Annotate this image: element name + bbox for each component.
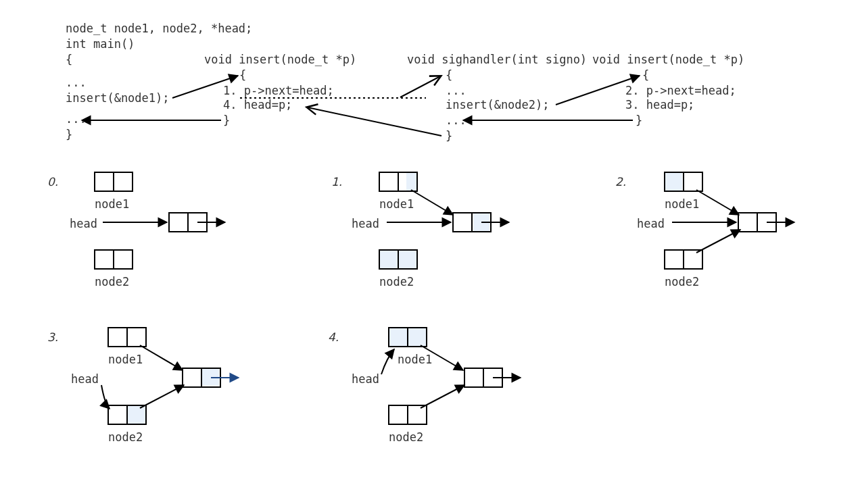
svg-rect-61	[408, 405, 427, 424]
insert1-sig: void insert(node_t *p)	[204, 53, 356, 66]
insert2-code: void insert(node_t *p) { 2. p->next=head…	[592, 53, 744, 127]
svg-rect-47	[108, 405, 127, 424]
state1-node1-label: node1	[379, 197, 414, 211]
insert1-l4: }	[223, 114, 230, 127]
state0-node2-label: node2	[95, 275, 129, 288]
state2-head-label: head	[637, 217, 665, 230]
state-4: 4. node1 head node2	[328, 328, 521, 444]
svg-line-50	[140, 385, 184, 408]
sighandler-l5: }	[446, 129, 452, 143]
call-flow-arrows	[82, 76, 640, 136]
state0-label: 0.	[47, 175, 58, 188]
main-line6: ...	[66, 112, 87, 126]
state3-label: 3.	[47, 330, 58, 344]
state0-head-label: head	[70, 217, 97, 230]
svg-rect-7	[95, 172, 114, 191]
svg-rect-20	[453, 213, 472, 232]
sighandler-l3: insert(&node2);	[446, 98, 550, 111]
svg-rect-31	[665, 173, 682, 191]
state-3: 3. node1 head node2	[47, 328, 239, 444]
main-line4: ...	[66, 76, 87, 89]
svg-rect-43	[183, 368, 201, 387]
svg-line-39	[696, 230, 740, 253]
insert1-code: void insert(node_t *p) { 1. p->next=head…	[204, 53, 356, 127]
svg-rect-30	[684, 172, 702, 191]
insert2-l1: {	[642, 68, 649, 82]
state-2: 2. node1 head node2	[615, 172, 794, 288]
state3-node2-label: node2	[108, 430, 143, 444]
svg-rect-15	[379, 172, 398, 191]
race-condition-diagram: node_t node1, node2, *head; int main() {…	[0, 0, 860, 504]
svg-line-32	[696, 190, 739, 215]
svg-rect-49	[128, 406, 145, 424]
svg-line-6	[308, 107, 441, 136]
state4-node2-label: node2	[389, 430, 423, 444]
main-line3: {	[66, 53, 72, 66]
state-0: 0. node1 head node2	[47, 172, 225, 288]
state2-node2-label: node2	[665, 275, 699, 288]
svg-line-42	[140, 345, 183, 370]
svg-line-62	[421, 385, 464, 408]
svg-rect-40	[108, 328, 127, 347]
svg-rect-14	[114, 250, 133, 269]
svg-rect-57	[464, 368, 483, 387]
state2-node1-label: node1	[665, 197, 699, 211]
insert1-l3: 4. head=p;	[223, 98, 292, 111]
svg-rect-13	[95, 250, 114, 269]
insert2-sig: void insert(node_t *p)	[592, 53, 744, 66]
svg-rect-8	[114, 172, 133, 191]
main-line5: insert(&node1);	[66, 91, 170, 105]
main-line2: int main()	[66, 37, 135, 51]
svg-rect-38	[684, 250, 702, 269]
state4-head-label: head	[352, 372, 379, 386]
main-line7: }	[66, 128, 72, 141]
main-line1: node_t node1, node2, *head;	[66, 22, 252, 35]
insert2-l2: 2. p->next=head;	[625, 84, 736, 97]
insert2-l3: 3. head=p;	[625, 98, 694, 111]
state4-node1-label: node1	[398, 353, 432, 366]
sighandler-sig: void sighandler(int signo)	[407, 53, 587, 66]
state3-head-label: head	[71, 372, 99, 386]
svg-rect-37	[665, 250, 684, 269]
svg-rect-34	[738, 213, 757, 232]
state4-label: 4.	[328, 330, 339, 344]
insert1-l1: {	[239, 68, 246, 82]
state-1: 1. node1 head node2	[331, 172, 509, 288]
svg-rect-17	[406, 173, 416, 191]
sighandler-code: void sighandler(int signo) { ... insert(…	[407, 53, 587, 143]
state1-label: 1.	[331, 175, 342, 188]
insert1-l2: 1. p->next=head;	[223, 84, 334, 97]
svg-line-3	[400, 76, 440, 97]
insert2-l4: }	[636, 114, 642, 127]
sighandler-l2: ...	[446, 84, 467, 97]
svg-rect-10	[169, 213, 188, 232]
state2-label: 2.	[615, 175, 626, 188]
state1-head-label: head	[352, 217, 379, 230]
state3-node1-label: node1	[108, 353, 143, 366]
sighandler-l1: {	[446, 68, 452, 82]
state0-node1-label: node1	[95, 197, 129, 211]
svg-line-18	[411, 190, 453, 215]
svg-rect-60	[389, 405, 408, 424]
state1-node2-label: node2	[379, 275, 414, 288]
svg-rect-41	[127, 328, 146, 347]
